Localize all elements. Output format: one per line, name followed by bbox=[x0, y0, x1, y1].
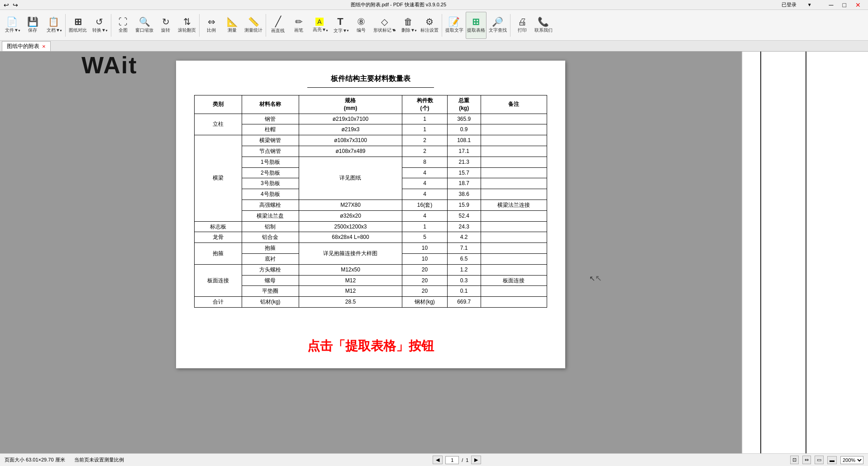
extract-text-button[interactable]: 📝 提取文字 bbox=[444, 12, 465, 39]
cell-weight: 108.1 bbox=[447, 135, 481, 146]
cell-weight: 52.4 bbox=[447, 210, 481, 221]
cell-note bbox=[481, 210, 547, 221]
fit-width-icon[interactable]: ⇔ bbox=[802, 456, 811, 464]
cell-weight: 7.1 bbox=[447, 243, 481, 254]
cell-weight: 38.6 bbox=[447, 189, 481, 200]
cell-count: 20 bbox=[402, 275, 447, 286]
table-row: 平垫圈 M12 20 0.1 bbox=[195, 286, 547, 297]
cell-total-note bbox=[481, 297, 547, 308]
cell-weight: 17.1 bbox=[447, 146, 481, 157]
table-row-total: 合计 铝材(kg) 28.5 钢材(kg) 669.7 bbox=[195, 297, 547, 308]
cell-spec: M27X80 bbox=[299, 200, 402, 210]
cell-note bbox=[481, 124, 547, 135]
delete-button[interactable]: 🗑 删除▼ bbox=[398, 12, 418, 39]
extract-table-button[interactable]: ⊞ 提取表格 bbox=[466, 12, 486, 39]
table-row: 标志板 铝制 2500x1200x3 1 24.3 bbox=[195, 221, 547, 232]
cell-note bbox=[481, 114, 547, 124]
line-button[interactable]: ╱ 画直线 bbox=[268, 12, 288, 39]
scale-button[interactable]: ⇔ 比例 bbox=[201, 12, 221, 39]
sep5 bbox=[442, 14, 442, 37]
cell-note bbox=[481, 157, 547, 167]
rotate2-button[interactable]: ↻ 旋转 bbox=[156, 12, 176, 39]
cell-weight: 15.7 bbox=[447, 167, 481, 178]
tab-close-btn[interactable]: × bbox=[42, 43, 46, 50]
panel-line-1 bbox=[760, 52, 761, 453]
scroll-button[interactable]: ⇅ 滚轮翻页 bbox=[176, 12, 197, 39]
number-button[interactable]: ⑧ 编号 bbox=[351, 12, 371, 39]
doc-button[interactable]: 📋 文档▼ bbox=[43, 12, 63, 39]
cell-material: 钢管 bbox=[242, 114, 299, 124]
cell-spec: M12 bbox=[299, 286, 402, 297]
cell-spec: M12 bbox=[299, 275, 402, 286]
cell-material: 2号肋板 bbox=[242, 167, 299, 178]
cell-note bbox=[481, 243, 547, 254]
col-note: 备注 bbox=[481, 95, 547, 114]
print-button[interactable]: 🖨 打印 bbox=[512, 12, 532, 39]
user-label: 已登录 bbox=[779, 1, 799, 8]
text-button[interactable]: T 文字▼ bbox=[330, 12, 350, 39]
prev-page-btn[interactable]: ◀ bbox=[433, 456, 443, 464]
sep2 bbox=[111, 14, 111, 37]
shape-button[interactable]: ◇ 形状标记▼ bbox=[372, 12, 397, 39]
cell-note bbox=[481, 135, 547, 146]
cell-spec: ø219x10x7100 bbox=[299, 114, 402, 124]
highlight-button[interactable]: A 高亮▼ bbox=[310, 12, 329, 39]
next-page-btn[interactable]: ▶ bbox=[471, 456, 481, 464]
title-underline bbox=[307, 87, 434, 88]
cell-spec: 详见图纸 bbox=[299, 157, 402, 200]
right-panel bbox=[741, 52, 868, 453]
minimize-btn[interactable]: ─ bbox=[825, 1, 837, 9]
table-row: 高强螺栓 M27X80 16(套) 15.9 横梁法兰连接 bbox=[195, 200, 547, 210]
cell-note bbox=[481, 189, 547, 200]
mark-settings-button[interactable]: ⚙ 标注设置 bbox=[419, 12, 440, 39]
measure-button[interactable]: 📐 测量 bbox=[222, 12, 242, 39]
cell-note bbox=[481, 253, 547, 264]
panel-line-2 bbox=[806, 52, 806, 453]
cell-note bbox=[481, 286, 547, 297]
status-right: ⊡ ⇔ ▭ ▬ 200% 150% 100% 75% 50% bbox=[790, 456, 863, 464]
close-btn[interactable]: ✕ bbox=[852, 1, 864, 9]
table-row: 螺母 M12 20 0.3 板面连接 bbox=[195, 275, 547, 286]
zoom-select[interactable]: 200% 150% 100% 75% 50% bbox=[840, 456, 863, 464]
cell-note bbox=[481, 178, 547, 189]
page-navigation: ◀ / 1 ▶ bbox=[433, 456, 481, 464]
cell-category: 横梁 bbox=[195, 135, 242, 221]
two-page-icon[interactable]: ▬ bbox=[827, 456, 837, 464]
zoom-win-button[interactable]: 🔍 窗口缩放 bbox=[134, 12, 155, 39]
cell-material: 横梁钢管 bbox=[242, 135, 299, 146]
annotation-text: 点击「提取表格」按钮 bbox=[307, 338, 434, 355]
fit-page-icon[interactable]: ⊡ bbox=[790, 456, 799, 464]
sep6 bbox=[510, 14, 510, 37]
measure2-button[interactable]: 📏 测量统计 bbox=[243, 12, 264, 39]
content-area: WAit 板件结构主要材料数量表 类别 材料名称 规格(mm) 构件数(个) 总… bbox=[0, 52, 868, 453]
undo-btn[interactable]: ↩ bbox=[4, 1, 9, 9]
status-bar: 页面大小 63.01×29.70 厘米 当前页未设置测量比例 ◀ / 1 ▶ ⊡… bbox=[0, 453, 868, 466]
cell-material: 4号肋板 bbox=[242, 189, 299, 200]
cell-weight: 1.2 bbox=[447, 264, 481, 275]
cell-category: 龙骨 bbox=[195, 232, 242, 243]
tab-bar: 图纸中的附表 × bbox=[0, 41, 868, 52]
cell-note: 横梁法兰连接 bbox=[481, 200, 547, 210]
find-text-button[interactable]: 🔎 文字查找 bbox=[487, 12, 508, 39]
contact-button[interactable]: 📞 联系我们 bbox=[533, 12, 554, 39]
cursor-indicator: ↖ bbox=[589, 273, 596, 281]
rotate-button[interactable]: ↺ 转换▼ bbox=[89, 12, 109, 39]
page-divider: / bbox=[462, 457, 463, 463]
col-count: 构件数(个) bbox=[402, 95, 447, 114]
redo-btn[interactable]: ↪ bbox=[13, 1, 18, 9]
save-button[interactable]: 💾 保存 bbox=[23, 12, 43, 39]
cell-spec: ø108x7x3100 bbox=[299, 135, 402, 146]
pen-button[interactable]: ✏ 画笔 bbox=[289, 12, 309, 39]
sep3 bbox=[199, 14, 200, 37]
pdf-viewer[interactable]: WAit 板件结构主要材料数量表 类别 材料名称 规格(mm) 构件数(个) 总… bbox=[0, 52, 741, 453]
maximize-btn[interactable]: □ bbox=[839, 1, 850, 9]
tab-pdf[interactable]: 图纸中的附表 × bbox=[2, 41, 51, 51]
compare-button[interactable]: ⊞ 图纸对比 bbox=[67, 12, 88, 39]
single-page-icon[interactable]: ▭ bbox=[815, 456, 824, 464]
dropdown-icon[interactable]: ▼ bbox=[805, 2, 815, 7]
file-button[interactable]: 📄 文件▼ bbox=[2, 12, 22, 39]
fullscreen-button[interactable]: ⛶ 全图 bbox=[113, 12, 133, 39]
cell-total-label: 合计 bbox=[195, 297, 242, 308]
current-page-input[interactable] bbox=[445, 456, 459, 464]
col-weight: 总重(kg) bbox=[447, 95, 481, 114]
